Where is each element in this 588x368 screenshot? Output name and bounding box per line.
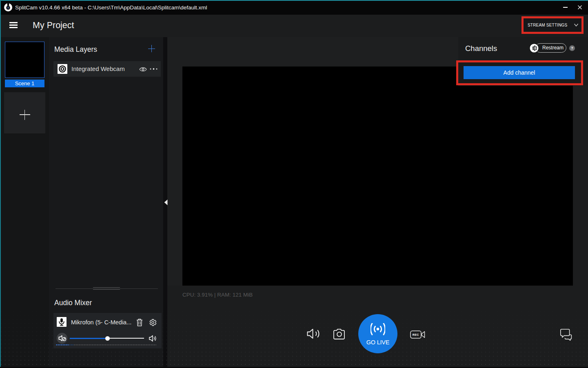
svg-text:REC: REC: [413, 333, 419, 336]
